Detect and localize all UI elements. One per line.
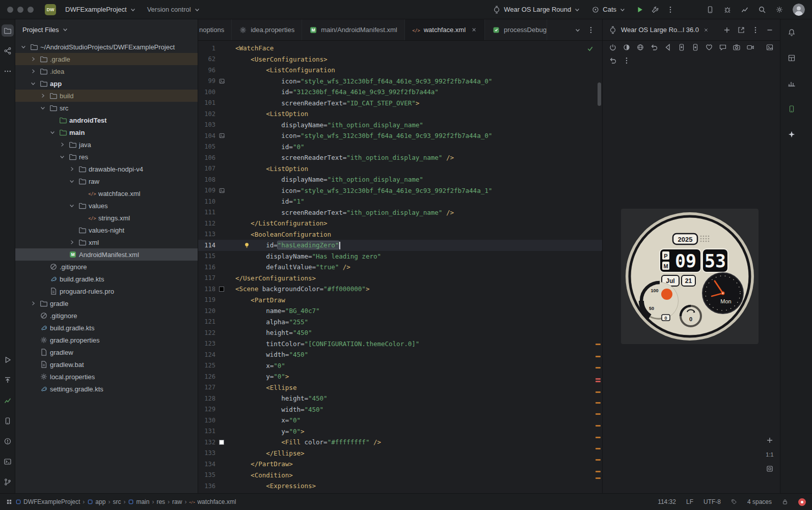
profiler-icon[interactable]: [741, 6, 749, 14]
tree-item-java-8[interactable]: java: [15, 138, 198, 151]
tree-item-androidmanifest-xml-17[interactable]: MAndroidManifest.xml: [15, 248, 198, 261]
inspection-stripe-mark[interactable]: [596, 381, 601, 382]
inspection-stripe-mark[interactable]: [596, 356, 601, 357]
inspection-stripe-mark[interactable]: [596, 471, 601, 472]
tree-item-gitignore-22[interactable]: .gitignore: [15, 309, 198, 322]
problems-tool-button[interactable]: [2, 435, 14, 447]
caret-position[interactable]: 114:32: [658, 498, 676, 505]
breadcrumb-item-raw[interactable]: raw: [172, 498, 182, 505]
screen-record-icon[interactable]: [746, 43, 754, 51]
editor-line-115[interactable]: 115 displayName="Has leading zero": [198, 251, 602, 262]
editor-line-62[interactable]: 62 <UserConfigurations>: [198, 54, 602, 65]
breadcrumb-item-watchface-xml[interactable]: </>watchface.xml: [189, 498, 236, 505]
project-selector[interactable]: DWFExampleProject: [61, 4, 140, 15]
inspection-stripe-mark[interactable]: [596, 459, 601, 461]
chevron-open-icon[interactable]: [39, 104, 47, 112]
encoding-indicator[interactable]: UTF-8: [703, 498, 721, 505]
screenshot-camera-icon[interactable]: [733, 43, 741, 51]
chevron-closed-icon[interactable]: [39, 92, 47, 100]
zoom-window-button[interactable]: [28, 7, 34, 13]
more-actions-icon[interactable]: [666, 6, 674, 14]
button-1-icon[interactable]: [678, 43, 686, 51]
chevron-open-icon[interactable]: [68, 202, 76, 210]
code-area[interactable]: 1<WatchFace62 <UserConfigurations>96 <Li…: [198, 41, 602, 493]
chevron-closed-icon[interactable]: [29, 299, 37, 307]
notifications-button[interactable]: [786, 26, 798, 39]
tree-item-gradle-properties-24[interactable]: gradle.properties: [15, 334, 198, 346]
editor-line-114[interactable]: 114 id="hasLeadingZero": [198, 240, 602, 251]
minimize-panel-icon[interactable]: [766, 26, 774, 34]
editor-line-106[interactable]: 106 screenReaderText="ith_option_display…: [198, 152, 602, 163]
project-tool-button[interactable]: [2, 24, 14, 37]
minimize-window-button[interactable]: [17, 7, 23, 13]
tree-item-watchface-xml-12[interactable]: </>watchface.xml: [15, 187, 198, 200]
editor-line-120[interactable]: 120 name="BG_40c7": [198, 305, 602, 317]
breadcrumb-item-src[interactable]: src: [113, 498, 121, 505]
tree-item-build-gradle-kts-19[interactable]: build.gradle.kts: [15, 273, 198, 285]
button-2-icon[interactable]: [691, 43, 699, 51]
editor-line-130[interactable]: 130 x="0": [198, 415, 602, 426]
inspection-stripe-mark[interactable]: [596, 378, 601, 380]
tree-item-proguard-rules-pro-20[interactable]: proguard-rules.pro: [15, 285, 198, 297]
close-window-button[interactable]: [7, 7, 13, 13]
tree-item-build-gradle-kts-23[interactable]: build.gradle.kts: [15, 322, 198, 334]
commit-tool-button[interactable]: [2, 374, 14, 386]
editor-line-112[interactable]: 112 </ListConfiguration>: [198, 218, 602, 229]
editor-line-102[interactable]: 102 <ListOption: [198, 108, 602, 120]
close-device-tab-icon[interactable]: [703, 27, 709, 33]
tree-item-values-night-15[interactable]: values-night: [15, 224, 198, 236]
messages-icon[interactable]: [719, 43, 727, 51]
editor-line-133[interactable]: 133 </Ellipse>: [198, 448, 602, 459]
editor-line-126[interactable]: 126 y="0">: [198, 371, 602, 382]
tree-item-gradle-1[interactable]: .gradle: [15, 53, 198, 65]
inspection-stripe-mark[interactable]: [596, 425, 601, 427]
chevron-closed-icon[interactable]: [29, 55, 37, 63]
breadcrumb-item-dwfexampleproject[interactable]: DWFExampleProject: [15, 498, 80, 505]
editor-line-109[interactable]: 109 icon="style_wfs_312c30bf_f64a_461e_9…: [198, 185, 602, 196]
run-tool-button[interactable]: [2, 354, 14, 366]
fullscreen-icon[interactable]: [766, 43, 774, 51]
running-devices-button[interactable]: [786, 103, 798, 115]
inspection-stripe-mark[interactable]: [596, 448, 601, 449]
tree-item-values-13[interactable]: values: [15, 200, 198, 212]
zoom-in-icon[interactable]: [766, 436, 774, 444]
layout-inspector-button[interactable]: [786, 52, 798, 64]
chevron-closed-icon[interactable]: [29, 67, 37, 75]
breadcrumb-item-app[interactable]: app: [87, 498, 105, 505]
volume-icon[interactable]: [622, 43, 631, 51]
editor-line-134[interactable]: 134 </PartDraw>: [198, 459, 602, 470]
tree-item-gradle-21[interactable]: gradle: [15, 297, 198, 309]
heart-rate-icon[interactable]: [705, 43, 713, 51]
editor-line-117[interactable]: 117</UserConfigurations>: [198, 273, 602, 284]
tree-item-res-9[interactable]: res: [15, 151, 198, 163]
editor-line-104[interactable]: 104 icon="style_wfs_312c30bf_f64a_461e_9…: [198, 130, 602, 141]
inspection-stripe-mark[interactable]: [596, 391, 601, 393]
chevron-open-icon[interactable]: [19, 43, 28, 51]
lock-icon[interactable]: [782, 499, 788, 505]
editor-line-111[interactable]: 111 screenReaderText="ith_option_display…: [198, 207, 602, 218]
device-screen[interactable]: 2025 P M 09 53 Jul 21: [621, 209, 759, 344]
tree-item-raw-11[interactable]: raw: [15, 175, 198, 187]
editor-line-124[interactable]: 124 width="450": [198, 349, 602, 360]
editor-line-101[interactable]: 101 screenReaderText="ID_CAT_STEP_OVER">: [198, 98, 602, 109]
tree-item-strings-xml-14[interactable]: </>strings.xml: [15, 212, 198, 224]
git-tool-button[interactable]: [2, 476, 14, 488]
tree-item-androidstudioprojects-dwfexampleproject-0[interactable]: ~/AndroidStudioProjects/DWFExampleProjec…: [15, 41, 198, 53]
app-inspection-icon[interactable]: [723, 6, 732, 14]
terminal-tool-button[interactable]: [2, 456, 14, 468]
chevron-closed-icon[interactable]: [68, 238, 76, 246]
chevron-closed-icon[interactable]: [68, 165, 76, 173]
run-button[interactable]: [636, 6, 644, 14]
indent-indicator[interactable]: 4 spaces: [747, 498, 772, 505]
tree-item-main-7[interactable]: main: [15, 126, 198, 138]
build-icon[interactable]: [651, 6, 659, 14]
editor-line-132[interactable]: 132 <Fill color="#ffffffff" />: [198, 437, 602, 448]
tab-noptions[interactable]: noptions: [198, 19, 232, 40]
app-quality-insights-button[interactable]: [786, 77, 798, 90]
device-mirror-icon[interactable]: [706, 6, 714, 14]
inspection-stripe-mark[interactable]: [596, 437, 601, 438]
inspection-stripe-mark[interactable]: [596, 344, 601, 345]
tree-item-gradlew-25[interactable]: gradlew: [15, 346, 198, 358]
tab-idea-properties[interactable]: idea.properties: [232, 19, 302, 40]
editor-line-129[interactable]: 129 width="450": [198, 404, 602, 415]
